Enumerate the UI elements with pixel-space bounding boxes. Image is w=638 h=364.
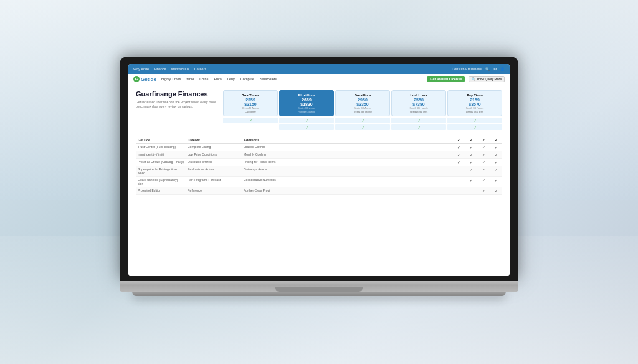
top-nav-consult[interactable]: Consult & Business [452,67,482,71]
feature-check-0-1: ✓ [465,143,477,151]
plan-price-0: 2359 [226,98,275,102]
plan-subtext-0: Cuent/her [226,110,275,113]
top-nav-item-4[interactable]: Careers [194,67,207,71]
feature-check-1-3: ✓ [490,151,502,158]
nav-item-2[interactable]: table [185,77,195,82]
nav-item-6[interactable]: Compute [239,77,255,82]
nav-item-7[interactable]: SaleHeads [259,77,278,82]
features-section: GetTice CateMit Additions ✓ ✓ ✓ ✓ [128,134,510,276]
main-content: Guarfinange Finances Get increased Therm… [128,85,510,276]
laptop-screen: Why Adde Finance Mentisculus Careers Con… [128,64,510,276]
logo: G GetIde [133,76,156,82]
top-nav-item-3[interactable]: Mentisculus [171,67,189,71]
nav-item-4[interactable]: Prica [212,77,223,82]
main-nav: G GetIde Highly Times table Coins Prica … [128,74,510,85]
nav-item-5[interactable]: Leny [226,77,236,82]
plan-amount-3: $7380 [394,102,444,106]
feature-cat-2: Discounts offered [186,158,242,166]
check-row-1: ✓ ✓ ✓ ✓ ✓ [223,118,502,123]
plan-card-3[interactable]: Lual Lowa 2558 $7380 South 6K Hands Need… [391,90,446,116]
user-icon[interactable]: 👤 [500,67,505,71]
col-header-addition: Additions [242,137,452,144]
nav-items: Highly Times table Coins Prica Leny Comp… [160,77,423,82]
logo-icon: G [133,76,140,82]
hero-subtitle: Get increased ThermoKonis the Project se… [136,100,217,109]
hero-section: Guarfinange Finances Get increased Therm… [128,85,510,134]
plan-card-1[interactable]: FluxiFlora 2669 $1830 South 3K works Pro… [279,90,334,116]
laptop-base [120,281,518,292]
top-nav-right: Consult & Business 🔍 ⚙ 👤 [452,67,505,71]
feature-check-4-0 [452,176,465,187]
feature-check-2-0: ✓ [452,158,465,166]
feature-check-5-0 [452,187,465,194]
check-0-1: ✓ [279,118,334,123]
check-row-2: ✓ ✓ ✓ ✓ [223,124,502,130]
feature-check-4-3: ✓ [490,176,502,187]
plan-price-3: 2558 [394,98,444,102]
plan-card-4[interactable]: Pay Tiana 2159 $3570 South 6K Funds Lead… [447,90,502,116]
plan-amount-0: $3150 [226,102,275,106]
feature-name-0: Trust Center (Fuel creating) [136,143,186,151]
feature-check-3-3: ✓ [490,166,502,176]
settings-icon[interactable]: ⚙ [493,67,497,71]
pricing-header: GuafTimes 2359 $3150 Gives AI Atoms Cuen… [223,90,502,116]
plan-card-0[interactable]: GuafTimes 2359 $3150 Gives AI Atoms Cuen… [223,90,278,116]
col-header-c2: ✓ [465,137,477,144]
check-1-3: ✓ [391,124,446,130]
feature-cat-5: Reference [186,187,242,194]
check-0-0: ✓ [223,118,278,123]
nav-item-3[interactable]: Coins [198,77,209,82]
feature-check-0-0: ✓ [452,143,465,151]
feature-check-2-1: ✓ [465,158,477,166]
col-header-feature: GetTice [136,137,186,144]
feature-row-0: Trust Center (Fuel creating) Complete Li… [136,143,502,151]
check-0-3: ✓ [391,118,446,123]
features-table: GetTice CateMit Additions ✓ ✓ ✓ ✓ [136,137,502,195]
plan-amount-1: $1830 [282,102,331,106]
plan-subtext-4: Leads total lens [450,110,500,113]
nav-item-1[interactable]: Highly Times [160,77,182,82]
plan-subtext-1: Provides towing [282,110,331,113]
feature-check-4-1: ✓ [465,176,477,187]
check-1-4: ✓ [447,124,502,130]
col-header-c1: ✓ [452,137,465,144]
feature-check-2-2: ✓ [477,158,490,166]
feature-row-4: Goal-Funneled (Significantly) sign Part … [136,176,502,187]
top-nav-item-1[interactable]: Why Adde [133,67,149,71]
plan-subtext-2: Treats like Home [338,110,388,113]
plan-period-3: South 6K Hands [394,106,444,110]
feature-cat-3: Realizations Actors [186,166,242,176]
check-1-1: ✓ [279,124,334,130]
feature-row-2: Pro at all Create (Catalog Finally) Disc… [136,158,502,166]
feature-add-3: Gateways Anecs [242,166,452,176]
feature-check-5-2: ✓ [477,187,490,194]
top-nav-bar: Why Adde Finance Mentisculus Careers Con… [128,64,510,74]
feature-name-2: Pro at all Create (Catalog Finally) [136,158,186,166]
plan-price-2: 2950 [338,98,388,102]
plan-period-2: South 4K Armor [338,106,388,110]
feature-check-4-2: ✓ [477,176,490,187]
plan-name-3: Lual Lowa [394,93,444,97]
search-icon[interactable]: 🔍 [485,67,490,71]
plan-period-4: South 6K Funds [450,106,500,110]
features-header-row: GetTice CateMit Additions ✓ ✓ ✓ ✓ [136,137,502,144]
feature-check-3-0 [452,166,465,176]
plan-price-4: 2159 [450,98,500,102]
search-button[interactable]: 🔍 Know Query More [469,76,505,82]
feature-check-1-0: ✓ [452,151,465,158]
top-nav-item-2[interactable]: Finance [154,67,166,71]
plan-amount-4: $3570 [450,102,500,106]
plan-name-1: FluxiFlora [282,93,331,97]
feature-cat-1: Low Price Conditions [186,151,242,158]
feature-cat-4: Part Programs Forecast [186,176,242,187]
feature-name-5: Projected Edition [136,187,186,194]
website: Why Adde Finance Mentisculus Careers Con… [128,64,510,276]
top-nav-left: Why Adde Finance Mentisculus Careers [133,67,206,71]
cta-button[interactable]: Get Annual License [427,76,465,82]
check-1-2: ✓ [335,124,390,130]
plan-card-2[interactable]: DuraFlora 2950 $3350 South 4K Armor Trea… [335,90,390,116]
feature-check-3-1: ✓ [465,166,477,176]
feature-add-4: Collaborative Numerics [242,176,452,187]
feature-check-1-2: ✓ [477,151,490,158]
pricing-table: GuafTimes 2359 $3150 Gives AI Atoms Cuen… [223,90,502,130]
